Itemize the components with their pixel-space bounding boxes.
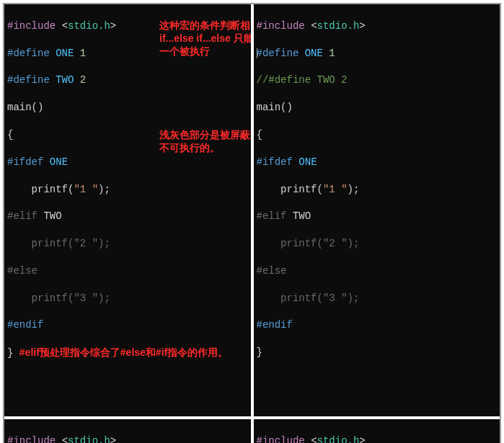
str-3-dim: "3 " xyxy=(323,292,348,304)
include-directive: #include xyxy=(7,20,56,32)
elif-directive: #elif xyxy=(257,210,287,222)
angle-left: < xyxy=(62,435,68,443)
angle-right: > xyxy=(359,435,365,443)
lparen: ( xyxy=(317,184,323,195)
angle-left: < xyxy=(311,20,317,32)
code-grid: #include <stdio.h> #define ONE 1 #define… xyxy=(3,3,501,443)
value-1: 1 xyxy=(80,48,86,59)
semi-dim2: ; xyxy=(104,292,110,304)
annotation-2: 浅灰色部分是被屏蔽的，不可执行的。 xyxy=(159,128,251,154)
code-panel-4: #include <stdio.h> //#define ONE 1 //#de… xyxy=(254,419,500,443)
include-directive: #include xyxy=(257,435,305,443)
macro-one: ONE xyxy=(305,48,323,59)
header-name: stdio.h xyxy=(68,20,110,32)
lparen-dim: ( xyxy=(317,238,323,249)
lparen-dim2: ( xyxy=(317,292,323,304)
fn-printf-dim: printf xyxy=(280,238,317,249)
fn-printf-dim: printf xyxy=(32,238,68,249)
caption-text: #elif预处理指令综合了#else和#if指令的作用。 xyxy=(19,346,228,358)
macro-two: TWO xyxy=(56,74,74,86)
str-2-dim: "2 " xyxy=(74,238,98,249)
str-3-dim: "3 " xyxy=(74,292,98,304)
macro-two-ref: TWO xyxy=(293,210,311,222)
angle-left: < xyxy=(62,20,68,32)
macro-one-ref: ONE xyxy=(299,156,317,168)
code-panel-3: #include <stdio.h> //#define ONE 1 #defi… xyxy=(4,419,251,443)
code-panel-2: #include <stdio.h> #define ONE 1 //#defi… xyxy=(254,4,500,416)
value-2: 2 xyxy=(80,74,86,86)
close-brace: } xyxy=(7,347,13,359)
ifdef-directive: #ifdef xyxy=(257,156,293,168)
endif-directive: #endif xyxy=(257,319,293,331)
fn-main: main xyxy=(257,102,281,113)
angle-right: > xyxy=(110,20,116,32)
annotation-1: 这种宏的条件判断相当于 if...else if...else 只能有一个被执行 xyxy=(159,19,251,58)
semi: ; xyxy=(104,184,110,195)
macro-one: ONE xyxy=(56,48,74,59)
else-directive: #else xyxy=(7,265,37,277)
angle-left: < xyxy=(311,435,317,443)
include-directive: #include xyxy=(257,20,305,32)
define-directive: #define xyxy=(7,48,50,59)
rparen: ) xyxy=(348,184,353,195)
include-directive: #include xyxy=(7,435,56,443)
comment-two: //#define TWO 2 xyxy=(257,74,348,86)
fn-printf-dim2: printf xyxy=(32,292,68,304)
endif-directive: #endif xyxy=(7,319,43,331)
open-brace: { xyxy=(7,129,13,140)
str-1: "1 " xyxy=(74,184,98,195)
fn-printf: printf xyxy=(32,184,68,195)
macro-one-ref: ONE xyxy=(50,156,68,168)
fn-printf: printf xyxy=(280,184,317,195)
parens: () xyxy=(280,102,293,113)
parens: () xyxy=(32,102,44,113)
header-name: stdio.h xyxy=(317,20,360,32)
close-brace: } xyxy=(257,346,262,358)
define-directive: #define xyxy=(257,48,299,59)
define-directive: #define xyxy=(7,74,50,86)
semi-dim2: ; xyxy=(353,292,359,304)
semi-dim: ; xyxy=(353,238,359,249)
semi-dim: ; xyxy=(104,238,110,249)
open-brace: { xyxy=(257,129,262,140)
rparen-dim2: ) xyxy=(348,292,353,304)
elif-directive: #elif xyxy=(7,210,37,222)
str-2-dim: "2 " xyxy=(323,238,348,249)
header-name: stdio.h xyxy=(68,435,110,443)
else-directive: #else xyxy=(257,265,287,277)
fn-main: main xyxy=(7,102,32,113)
header-name: stdio.h xyxy=(317,435,360,443)
fn-printf-dim2: printf xyxy=(280,292,317,304)
ifdef-directive: #ifdef xyxy=(7,156,43,168)
str-1: "1 " xyxy=(323,184,348,195)
code-panel-1: #include <stdio.h> #define ONE 1 #define… xyxy=(4,4,251,416)
macro-two-ref: TWO xyxy=(43,210,61,222)
angle-right: > xyxy=(110,435,116,443)
value-1: 1 xyxy=(329,48,335,59)
rparen-dim: ) xyxy=(348,238,353,249)
angle-right: > xyxy=(359,20,365,32)
semi: ; xyxy=(353,184,359,195)
